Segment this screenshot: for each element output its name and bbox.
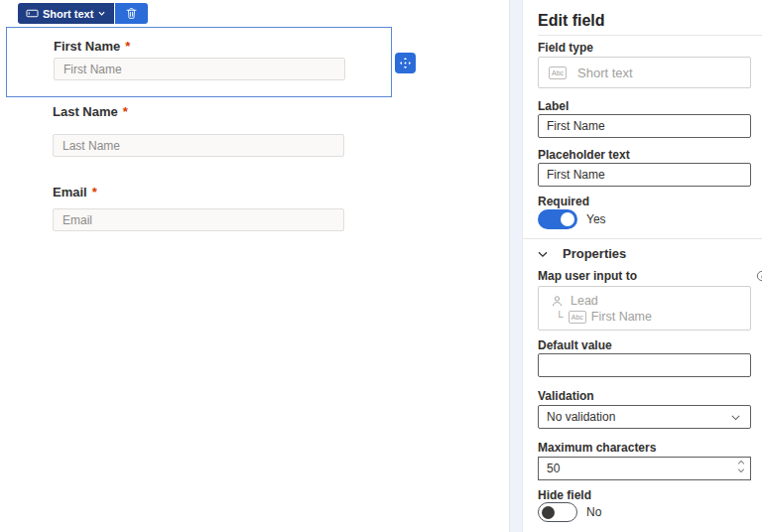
placeholder-field-label: Placeholder text — [538, 148, 751, 162]
properties-section-header[interactable]: Properties — [537, 246, 626, 261]
field-type-menu-label: Short text — [43, 8, 93, 20]
map-entity-value: Lead — [571, 294, 598, 308]
map-attribute-value: First Name — [591, 310, 652, 324]
placeholder-field-input[interactable] — [538, 163, 751, 187]
hide-field-label: Hide field — [538, 488, 751, 502]
info-icon[interactable] — [756, 270, 762, 282]
required-toggle-row: Yes — [538, 209, 606, 229]
map-input-label: Map user input to — [538, 269, 751, 283]
max-characters-label: Maximum characters — [538, 441, 751, 455]
required-asterisk: * — [125, 39, 130, 54]
form-field-last-name[interactable]: Last Name* — [53, 104, 128, 119]
required-toggle[interactable] — [538, 209, 577, 229]
max-characters-input[interactable] — [538, 457, 751, 480]
max-characters-field — [538, 457, 751, 480]
person-icon — [551, 295, 564, 308]
edit-field-panel: Edit field Field type Abc Short text Lab… — [523, 0, 762, 532]
hide-field-toggle-state: No — [586, 505, 601, 519]
required-asterisk: * — [92, 185, 97, 200]
number-spinner[interactable] — [737, 460, 745, 473]
default-value-label: Default value — [538, 338, 751, 352]
chevron-down-icon — [537, 248, 549, 260]
panel-title: Edit field — [538, 12, 605, 30]
form-field-first-name[interactable]: First Name* — [6, 27, 392, 97]
last-name-input[interactable] — [53, 134, 344, 157]
move-icon — [399, 57, 412, 69]
field-type-display: Abc Short text — [538, 57, 751, 88]
validation-label: Validation — [538, 389, 751, 403]
properties-header-label: Properties — [563, 246, 626, 261]
email-input[interactable] — [53, 208, 344, 231]
divider — [538, 35, 762, 36]
move-handle[interactable] — [395, 53, 416, 73]
divider — [523, 238, 762, 239]
hide-field-toggle-row: No — [538, 502, 601, 522]
map-input-label-row: Map user input to — [538, 269, 762, 283]
chevron-down-icon — [730, 412, 741, 423]
field-toolbar: Short text — [18, 3, 148, 24]
first-name-input[interactable] — [54, 58, 345, 80]
form-field-email[interactable]: Email* — [53, 185, 97, 200]
hide-field-toggle[interactable] — [538, 502, 577, 522]
field-type-menu-button[interactable]: Short text — [18, 3, 114, 24]
field-type-label: Field type — [538, 41, 751, 55]
shorttext-abc-icon: Abc — [549, 66, 567, 79]
form-canvas: Short text First Name* — [0, 0, 509, 532]
delete-field-button[interactable] — [115, 3, 148, 24]
shorttext-abc-icon: Abc — [569, 311, 586, 324]
textbox-icon — [26, 7, 39, 20]
default-value-input[interactable] — [538, 353, 751, 377]
canvas-panel-gutter[interactable] — [509, 0, 523, 532]
validation-selected-value: No validation — [547, 410, 615, 424]
required-toggle-state: Yes — [586, 212, 606, 226]
trash-icon — [125, 7, 138, 20]
label-field-label: Label — [538, 99, 751, 113]
spinner-up-icon — [737, 460, 745, 466]
field-type-value: Short text — [577, 66, 633, 80]
required-asterisk: * — [123, 104, 128, 119]
field-label: First Name* — [54, 39, 130, 54]
validation-dropdown[interactable]: No validation — [538, 405, 751, 429]
label-field-input[interactable] — [538, 114, 751, 138]
required-label: Required — [538, 195, 751, 208]
map-input-display: Lead └ Abc First Name — [538, 286, 751, 331]
tree-corner-icon: └ — [556, 311, 564, 323]
chevron-down-icon — [97, 9, 106, 18]
spinner-down-icon — [737, 467, 745, 473]
